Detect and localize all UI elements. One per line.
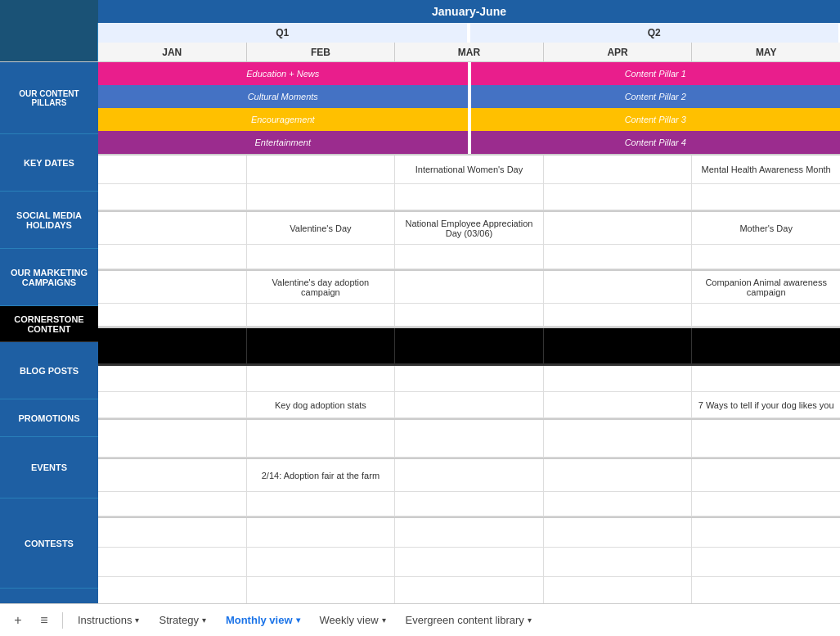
co-feb-3 bbox=[247, 577, 396, 603]
sidebar-cornerstone: CORNERSTONE CONTENT bbox=[0, 306, 98, 342]
pillars-section: Education + News Content Pillar 1 Cultur… bbox=[98, 62, 840, 156]
marketing-section: Valentine's day adoption campaign Compan… bbox=[98, 271, 840, 328]
pillar-entertainment-left: Entertainment bbox=[98, 131, 468, 154]
pillar-education-right: Content Pillar 1 bbox=[471, 62, 841, 85]
kd-feb-2 bbox=[247, 184, 396, 210]
sh-jan-1 bbox=[98, 212, 247, 245]
pr-may-1 bbox=[692, 420, 840, 458]
tab-divider-1 bbox=[62, 612, 63, 629]
chevron-down-icon: ▾ bbox=[135, 616, 139, 625]
kd-feb-1 bbox=[247, 156, 396, 184]
sidebar-pillars: OUR CONTENT PILLARS bbox=[0, 62, 98, 134]
pr-jan-1 bbox=[98, 420, 247, 458]
menu-icon[interactable]: ≡ bbox=[33, 609, 56, 632]
chevron-down-icon: ▾ bbox=[202, 616, 206, 625]
header-title: January-June bbox=[98, 0, 840, 23]
bp-may-1 bbox=[692, 366, 840, 392]
bp-mar-2 bbox=[395, 392, 544, 418]
ev-feb-2 bbox=[247, 492, 396, 516]
mc-jan-2 bbox=[98, 304, 247, 327]
month-feb: FEB bbox=[247, 43, 396, 61]
q2-header: Q2 bbox=[470, 23, 841, 43]
co-jan-1 bbox=[98, 518, 247, 548]
bp-apr-2 bbox=[544, 392, 693, 418]
month-apr: APR bbox=[544, 43, 693, 61]
cc-feb bbox=[247, 328, 396, 364]
cc-apr bbox=[544, 328, 693, 364]
bp-jan-1 bbox=[98, 366, 247, 392]
tab-monthly-view[interactable]: Monthly view ▾ bbox=[218, 611, 308, 629]
mc-apr-1 bbox=[544, 271, 693, 304]
cornerstone-section bbox=[98, 328, 840, 366]
chevron-down-icon: ▾ bbox=[382, 616, 386, 625]
sidebar-key-dates: Key Dates bbox=[0, 134, 98, 192]
pr-mar-1 bbox=[395, 420, 544, 458]
bp-may-2: 7 Ways to tell if your dog likes you bbox=[692, 392, 840, 418]
ev-feb-1: 2/14: Adoption fair at the farm bbox=[247, 459, 396, 492]
sh-feb-2 bbox=[247, 245, 396, 269]
pillar-entertainment-right: Content Pillar 4 bbox=[471, 131, 841, 154]
ev-jan-2 bbox=[98, 492, 247, 516]
ev-may-2 bbox=[692, 492, 840, 516]
sh-may-1: Mother's Day bbox=[692, 212, 840, 245]
co-mar-2 bbox=[395, 548, 544, 577]
mc-mar-1 bbox=[395, 271, 544, 304]
tab-weekly-view[interactable]: Weekly view ▾ bbox=[312, 611, 394, 629]
grid-area: Education + News Content Pillar 1 Cultur… bbox=[98, 62, 840, 603]
kd-may-1: Mental Health Awareness Month bbox=[692, 156, 840, 184]
kd-mar-2 bbox=[395, 184, 544, 210]
sidebar-marketing: Our Marketing Campaigns bbox=[0, 249, 98, 306]
pr-feb-1 bbox=[247, 420, 396, 458]
sh-mar-1: National Employee Appreciation Day (03/0… bbox=[395, 212, 544, 245]
q1-header: Q1 bbox=[98, 23, 469, 43]
sidebar-events: Events bbox=[0, 437, 98, 498]
promotions-section bbox=[98, 420, 840, 459]
tab-strategy[interactable]: Strategy ▾ bbox=[150, 611, 213, 629]
sh-mar-2 bbox=[395, 245, 544, 269]
co-jan-2 bbox=[98, 548, 247, 577]
pillar-encouragement-left: Encouragement bbox=[98, 108, 468, 131]
pillar-cultural-right: Content Pillar 2 bbox=[471, 85, 841, 108]
quarter-sidebar-spacer bbox=[0, 23, 98, 43]
kd-mar-1: International Women's Day bbox=[395, 156, 544, 184]
blog-section: Key dog adoption stats 7 Ways to tell if… bbox=[98, 366, 840, 420]
co-may-1 bbox=[692, 518, 840, 548]
pillar-encouragement-right: Content Pillar 3 bbox=[471, 108, 841, 131]
chevron-down-icon: ▾ bbox=[528, 616, 532, 625]
bp-apr-1 bbox=[544, 366, 693, 392]
sidebar-header-spacer bbox=[0, 0, 98, 23]
sh-feb-1: Valentine's Day bbox=[247, 212, 396, 245]
events-section: 2/14: Adoption fair at the farm bbox=[98, 459, 840, 518]
sidebar-social-media: Social Media Holidays bbox=[0, 192, 98, 249]
co-feb-1 bbox=[247, 518, 396, 548]
mc-may-1: Companion Animal awareness campaign bbox=[692, 271, 840, 304]
social-holidays-section: Valentine's Day National Employee Apprec… bbox=[98, 212, 840, 271]
tab-instructions[interactable]: Instructions ▾ bbox=[70, 611, 147, 629]
co-apr-2 bbox=[544, 548, 693, 577]
month-jan: JAN bbox=[98, 43, 247, 61]
kd-apr-2 bbox=[544, 184, 693, 210]
kd-apr-1 bbox=[544, 156, 693, 184]
sh-apr-1 bbox=[544, 212, 693, 245]
co-apr-1 bbox=[544, 518, 693, 548]
co-may-2 bbox=[692, 548, 840, 577]
cc-may bbox=[692, 328, 840, 364]
mc-jan-1 bbox=[98, 271, 247, 304]
co-apr-3 bbox=[544, 577, 693, 603]
mc-mar-2 bbox=[395, 304, 544, 327]
sh-apr-2 bbox=[544, 245, 693, 269]
ev-mar-1 bbox=[395, 459, 544, 492]
co-mar-1 bbox=[395, 518, 544, 548]
tab-evergreen-library[interactable]: Evergreen content library ▾ bbox=[398, 611, 540, 629]
ev-apr-1 bbox=[544, 459, 693, 492]
pillar-education-left: Education + News bbox=[98, 62, 468, 85]
co-may-3 bbox=[692, 577, 840, 603]
sidebar-promotions: Promotions bbox=[0, 399, 98, 437]
ev-mar-2 bbox=[395, 492, 544, 516]
kd-may-2 bbox=[692, 184, 840, 210]
key-dates-section: International Women's Day Mental Health … bbox=[98, 156, 840, 212]
add-sheet-button[interactable]: + bbox=[7, 609, 29, 632]
kd-jan-2 bbox=[98, 184, 247, 210]
pillar-cultural-left: Cultural Moments bbox=[98, 85, 468, 108]
pr-apr-1 bbox=[544, 420, 693, 458]
